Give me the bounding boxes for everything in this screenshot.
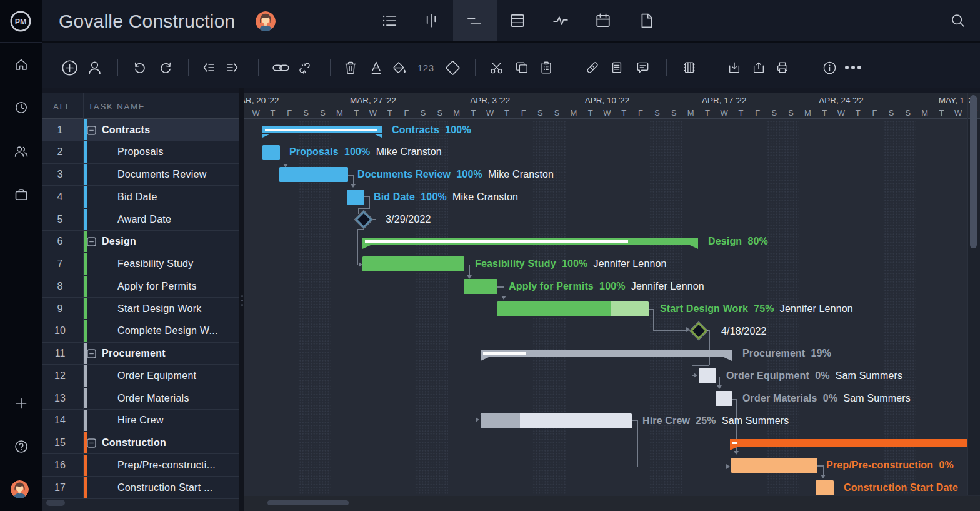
svg-text:PM: PM [15, 18, 27, 26]
